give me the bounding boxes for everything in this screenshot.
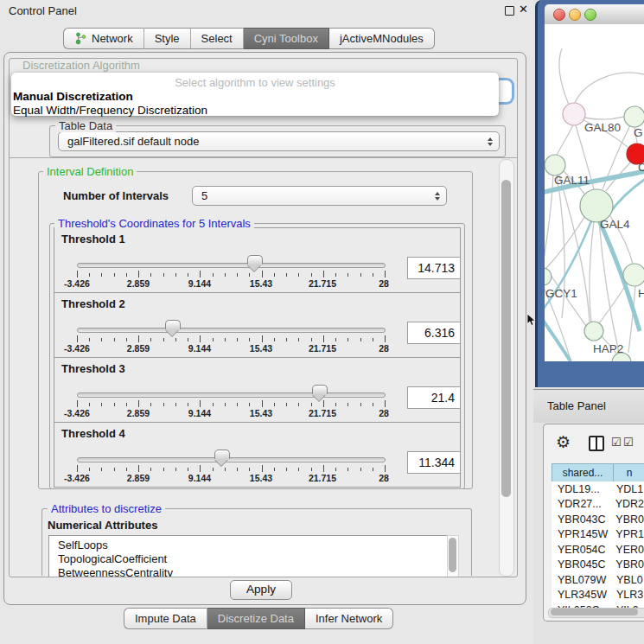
network-window-titlebar[interactable]: [545, 4, 644, 24]
zoom-traffic-light[interactable]: [584, 9, 596, 21]
tick-label: -3.426: [64, 473, 90, 483]
list-item-selfloops[interactable]: SelfLoops: [49, 536, 447, 552]
cell[interactable]: YBR0: [613, 513, 644, 526]
tab-select[interactable]: Select: [191, 28, 244, 49]
gear-icon[interactable]: ⚙: [556, 432, 571, 451]
network-canvas[interactable]: [545, 24, 644, 361]
tick-label: 15.43: [250, 473, 272, 483]
dropdown-item-equal-width-frequency[interactable]: Equal Width/Frequency Discretization: [13, 104, 207, 117]
table-row[interactable]: YBR043CYBR0: [552, 512, 644, 527]
screen: Control Panel ✕ Network Style Select Cyn…: [0, 0, 644, 644]
node-right-mid[interactable]: [623, 264, 644, 286]
table-row[interactable]: YER054CYER0: [552, 542, 644, 558]
tab-infer-network-label: Infer Network: [316, 609, 382, 628]
threshold-2-value-field[interactable]: 6.316: [407, 322, 461, 344]
tab-jactivemnodules[interactable]: jActiveMNodules: [329, 28, 435, 49]
section-divider: [9, 157, 517, 158]
minimize-traffic-light[interactable]: [569, 9, 581, 21]
tick-label: 28: [379, 408, 389, 418]
float-window-icon[interactable]: [505, 6, 514, 16]
column-header-name[interactable]: n: [613, 463, 644, 482]
tick-label: 9.144: [188, 473, 211, 483]
tab-cyni-toolbox-label: Cyni Toolbox: [254, 29, 318, 48]
algorithm-group-title: Discretization Algorithm: [19, 59, 143, 72]
table-row[interactable]: YLR345WYLR3: [552, 588, 644, 603]
cell[interactable]: YPR145W: [552, 528, 613, 540]
tab-style-label: Style: [155, 29, 180, 48]
cell[interactable]: YPR1: [613, 528, 644, 540]
column-layout-icon[interactable]: [589, 436, 604, 451]
list-item-topologicalcoefficient[interactable]: TopologicalCoefficient: [49, 552, 447, 566]
node-gal80[interactable]: [563, 103, 585, 125]
table-row[interactable]: YBL079WYBL0: [552, 572, 644, 588]
tab-impute-data[interactable]: Impute Data: [124, 608, 207, 629]
cell[interactable]: YER054C: [552, 544, 613, 556]
node-hap2[interactable]: [584, 322, 603, 341]
threshold-1-value-field[interactable]: 14.713: [407, 257, 461, 279]
cell[interactable]: YER0: [613, 544, 644, 556]
close-icon[interactable]: ✕: [519, 3, 528, 16]
tick-label: 2.859: [127, 278, 150, 289]
cell[interactable]: YLR3: [614, 589, 643, 601]
tab-discretize-data[interactable]: Discretize Data: [207, 608, 305, 629]
checkbox-icon[interactable]: ☑: [611, 436, 622, 449]
cell[interactable]: YBL079W: [552, 574, 614, 586]
node-label-gal11: GAL11: [554, 174, 590, 187]
apply-button[interactable]: Apply: [230, 580, 292, 600]
cell[interactable]: YBL0: [614, 574, 643, 586]
checkbox-icon[interactable]: ☑: [623, 436, 634, 449]
threshold-4-ticks: [77, 465, 385, 473]
threshold-4-slider-thumb[interactable]: [214, 450, 230, 459]
tick-label: -3.426: [64, 343, 90, 354]
cell[interactable]: YDL1: [614, 483, 643, 495]
threshold-3-slider-thumb[interactable]: [312, 385, 328, 394]
threshold-3-value-field[interactable]: 21.4: [407, 386, 461, 409]
table-row[interactable]: YBR045CYBR0: [552, 558, 644, 573]
column-header-shared-name[interactable]: shared...: [552, 463, 614, 482]
table-hscrollbar-thumb[interactable]: [551, 609, 638, 615]
tick-label: 9.144: [188, 408, 211, 418]
threshold-4-slider-track[interactable]: [77, 457, 386, 462]
network-nodes: [545, 103, 644, 361]
threshold-2-slider-thumb[interactable]: [165, 320, 181, 329]
cell[interactable]: YBR045C: [552, 558, 613, 571]
cyni-bottom-tabs: Impute Data Discretize Data Infer Networ…: [124, 608, 393, 629]
tab-cyni-toolbox[interactable]: Cyni Toolbox: [244, 28, 329, 49]
tab-infer-network[interactable]: Infer Network: [305, 608, 393, 629]
table-row[interactable]: YDL19...YDL1: [552, 481, 644, 497]
cell[interactable]: YDL19...: [552, 483, 614, 495]
node-top-right[interactable]: [624, 106, 644, 127]
table-row[interactable]: YPR145WYPR1: [552, 527, 644, 543]
main-scrollbar-thumb[interactable]: [501, 180, 511, 497]
threshold-1-slider-thumb[interactable]: [247, 255, 263, 265]
tick-label: 21.715: [309, 408, 336, 418]
threshold-1-slider-track[interactable]: [77, 263, 386, 268]
cell[interactable]: YDR2: [613, 498, 644, 510]
node-table: YDL19...YDL1 YDR27...YDR2 YBR043CYBR0 YP…: [552, 481, 644, 608]
number-of-intervals-spinner[interactable]: 5: [192, 186, 447, 206]
threshold-2-slider-track[interactable]: [77, 328, 386, 333]
node-label-partial-g: G: [634, 126, 643, 139]
tick-label: 2.859: [127, 473, 150, 483]
table-data-combobox[interactable]: galFiltered.sif default node: [58, 131, 500, 151]
node-gcy1[interactable]: [545, 268, 552, 285]
tab-style[interactable]: Style: [144, 28, 191, 49]
threshold-4-value-field[interactable]: 11.344: [407, 451, 461, 474]
attributes-scrollbar-thumb[interactable]: [449, 538, 456, 572]
table-row[interactable]: YDR27...YDR2: [552, 497, 644, 513]
algorithm-dropdown-popup: Select algorithm to view settings Manual…: [11, 73, 499, 116]
threshold-3-slider-track[interactable]: [77, 392, 386, 398]
node-gal11[interactable]: [545, 155, 565, 175]
list-item-betweennesscentrality[interactable]: BetweennessCentrality: [49, 566, 447, 577]
control-panel-tabs: Network Style Select Cyni Toolbox jActiv…: [63, 28, 435, 49]
tab-jactivemnodules-label: jActiveMNodules: [340, 29, 424, 48]
dropdown-placeholder-item[interactable]: Select algorithm to view settings: [11, 76, 499, 89]
cell[interactable]: YBR0: [613, 558, 644, 571]
cell[interactable]: YLR345W: [552, 589, 614, 601]
threshold-4-label: Threshold 4: [61, 427, 125, 440]
cell[interactable]: YDR27...: [552, 498, 613, 510]
tab-network[interactable]: Network: [63, 28, 144, 49]
close-traffic-light[interactable]: [553, 9, 565, 21]
cell[interactable]: YBR043C: [552, 513, 613, 526]
dropdown-item-manual-discretization[interactable]: Manual Discretization: [13, 90, 133, 103]
